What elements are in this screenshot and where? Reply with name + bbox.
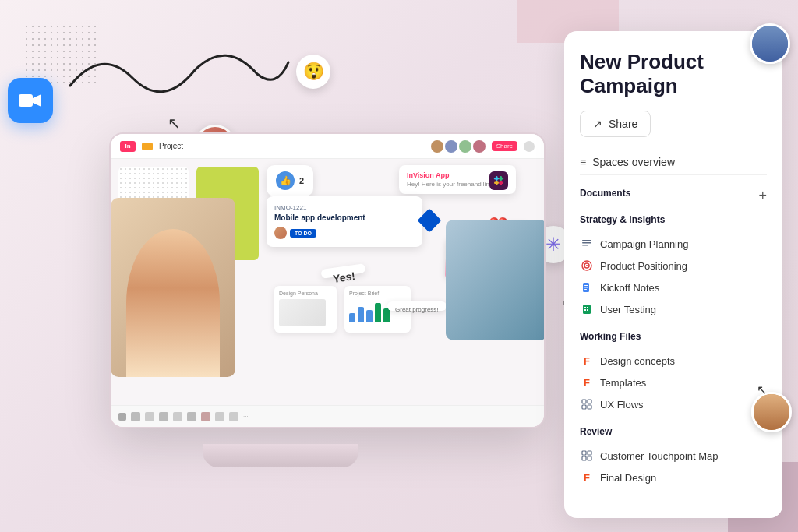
doc-label-customer-touchpoint: Customer Touchpoint Map: [600, 450, 719, 462]
thumbs-up-icon: 👍: [276, 171, 295, 190]
svg-rect-25: [588, 400, 591, 403]
doc-item-ux-flows[interactable]: UX Flows: [580, 393, 767, 415]
working-files-list: F Design concepts F Templates UX Flows: [580, 350, 767, 415]
svg-point-14: [586, 265, 588, 266]
doc-item-user-testing[interactable]: User Testing: [580, 298, 767, 320]
doc-label-design-concepts: Design concepts: [600, 355, 675, 367]
jira-diamond: [417, 208, 441, 232]
doc-item-customer-touchpoint[interactable]: Customer Touchpoint Map: [580, 445, 767, 467]
share-button[interactable]: ↗ Share: [580, 111, 651, 137]
svg-rect-21: [587, 307, 588, 308]
list-icon-campaign: [580, 237, 594, 251]
svg-rect-0: [19, 94, 33, 107]
yes-bubble: Yes!: [320, 263, 365, 279]
svg-rect-19: [583, 305, 591, 314]
documents-section-label: Documents: [580, 188, 630, 199]
person-photo-left: [111, 198, 235, 377]
doc-label-templates: Templates: [600, 377, 646, 389]
invision-share-card: InVision App Hey! Here is your freehand …: [399, 165, 516, 194]
toolbar-tool-1[interactable]: [118, 413, 126, 421]
svg-rect-22: [584, 309, 586, 311]
svg-rect-4: [499, 178, 503, 180]
figma-icon-final-design: F: [580, 470, 594, 484]
svg-rect-11: [582, 245, 588, 246]
review-section: Review Customer Touchpoint Map F Final D…: [580, 426, 767, 488]
toolbar-tool-8[interactable]: [215, 412, 224, 421]
spaces-overview-row[interactable]: ≡ Spaces overview: [580, 150, 767, 175]
toolbar-tool-6[interactable]: [187, 412, 196, 421]
svg-rect-24: [582, 400, 586, 403]
spaces-overview-label: Spaces overview: [592, 156, 675, 168]
strategy-section-label: Strategy & Insights: [580, 214, 767, 225]
documents-section-header: Documents +: [580, 185, 767, 206]
doc-item-templates[interactable]: F Templates: [580, 372, 767, 393]
share-button-icon: ↗: [593, 118, 602, 130]
svg-rect-10: [582, 242, 591, 244]
svg-rect-30: [582, 456, 586, 460]
topbar-avatars: [431, 140, 486, 153]
share-button-label: Share: [609, 118, 637, 130]
thumb-count: 2: [299, 176, 304, 185]
laptop-frame: In Project Share: [109, 132, 546, 428]
svg-rect-18: [584, 289, 587, 290]
toolbar-tool-2[interactable]: [131, 412, 140, 421]
doc-label-ux-flows: UX Flows: [600, 399, 644, 410]
doc-item-campaign-planning[interactable]: Campaign Planning: [580, 233, 767, 255]
toolbar-tool-3[interactable]: [145, 412, 154, 421]
doc-item-final-design[interactable]: F Final Design: [580, 467, 767, 488]
toolbar-tool-7[interactable]: [201, 412, 210, 421]
working-files-label: Working Files: [580, 331, 767, 342]
svg-rect-27: [588, 405, 591, 409]
laptop-screen: In Project Share: [111, 134, 544, 427]
thumb-count-card: 👍 2: [267, 165, 313, 196]
jira-card: INMO-1221 Mobile app development TO DO: [267, 196, 422, 247]
jira-status: TO DO: [290, 229, 316, 238]
review-docs-list: Customer Touchpoint Map F Final Design: [580, 445, 767, 488]
design-card-1: Design Persona: [274, 286, 337, 333]
laptop-area: In Project Share: [47, 93, 577, 467]
doc-label-campaign-planning: Campaign Planning: [600, 238, 688, 250]
svg-rect-26: [582, 405, 586, 409]
hamburger-icon: ≡: [580, 156, 586, 168]
doc-label-product-positioning: Product Positioning: [600, 260, 687, 272]
svg-rect-20: [584, 307, 586, 308]
emoji-wow-badge: 😲: [296, 55, 330, 89]
svg-rect-23: [587, 309, 588, 311]
slack-icon: [489, 171, 508, 190]
panel-title: New Product Campaign: [580, 50, 767, 98]
cursor-arrow-panel: ↖: [757, 382, 767, 397]
doc-item-design-concepts[interactable]: F Design concepts: [580, 350, 767, 372]
target-icon-positioning: [580, 259, 594, 273]
svg-rect-28: [582, 451, 586, 455]
decorative-squiggle: [62, 39, 296, 101]
toolbar-tool-9[interactable]: [229, 412, 238, 421]
screen-share-button[interactable]: Share: [492, 141, 517, 151]
doc-label-user-testing: User Testing: [600, 304, 656, 315]
grid-icon-ux-flows: [580, 397, 594, 411]
toolbar-more: ···: [243, 413, 249, 420]
doc-item-product-positioning[interactable]: Product Positioning: [580, 255, 767, 277]
gdoc-icon-kickoff: [580, 280, 594, 294]
add-document-button[interactable]: +: [758, 188, 767, 204]
toolbar-tool-4[interactable]: [159, 412, 168, 421]
strategy-section: Strategy & Insights Campaign Planning Pr…: [580, 214, 767, 320]
figma-icon-templates: F: [580, 375, 594, 389]
toolbar-tool-5[interactable]: [173, 412, 182, 421]
svg-rect-16: [584, 285, 588, 286]
laptop-base: [203, 444, 358, 467]
svg-rect-2: [494, 178, 499, 180]
panel-avatar-top-right: [750, 23, 790, 64]
great-progress-note: Great progress!: [387, 301, 447, 311]
svg-rect-31: [588, 456, 591, 460]
figma-icon-design-concepts: F: [580, 354, 594, 368]
svg-rect-9: [582, 240, 591, 241]
person-photo-right: [446, 220, 544, 340]
svg-rect-17: [584, 287, 588, 288]
jira-avatar: [274, 227, 287, 239]
doc-item-kickoff-notes[interactable]: Kickoff Notes: [580, 277, 767, 298]
panel-avatar-bottom-right: [751, 392, 792, 432]
screen-content: InVision App Hey! Here is your freehand …: [111, 159, 544, 427]
right-panel: New Product Campaign ↗ Share ≡ Spaces ov…: [564, 31, 782, 518]
svg-rect-6: [494, 182, 499, 185]
topbar-project-label: Project: [159, 142, 183, 150]
